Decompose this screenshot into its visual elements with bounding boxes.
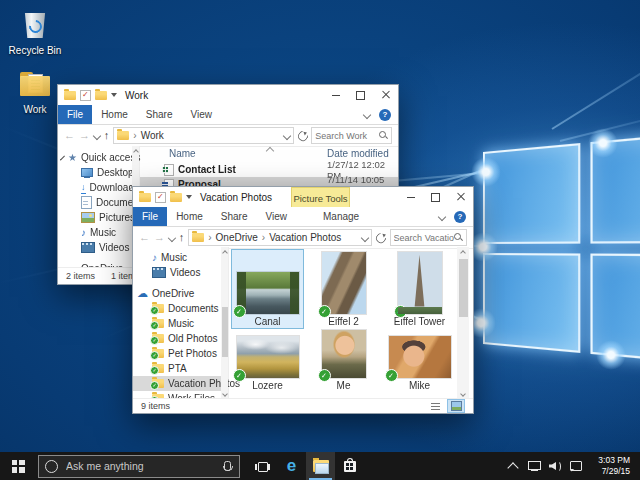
help-icon[interactable]: ? [454,211,466,223]
maximize-button[interactable] [348,85,373,105]
search-box[interactable] [390,229,467,246]
cortana-search-box[interactable] [38,455,240,478]
sidebar-item[interactable]: Music [133,250,228,265]
sidebar-item[interactable]: Videos [58,240,139,255]
sidebar-item[interactable]: Vacation Photos [133,376,228,391]
refresh-icon[interactable] [298,131,308,141]
tray-button[interactable] [527,459,541,473]
address-dropdown-icon[interactable] [361,233,369,241]
sidebar-item[interactable]: Pet Photos [133,346,228,361]
scrollbar-thumb[interactable] [222,307,228,357]
qat-dropdown-icon[interactable] [111,93,117,97]
sidebar-scrollbar[interactable] [221,247,228,399]
sidebar-item[interactable]: Old Photos [133,331,228,346]
column-header-name[interactable]: Name [140,148,196,159]
details-view-button[interactable] [426,399,444,413]
help-icon[interactable]: ? [379,109,391,121]
photo-tile[interactable]: Eiffel 2 [307,249,380,329]
breadcrumb-item[interactable]: Work [129,130,164,141]
scroll-up-icon[interactable] [132,146,140,156]
folder-icon[interactable] [64,91,76,100]
photo-tile[interactable]: Me [307,329,380,393]
new-folder-icon[interactable] [170,193,182,202]
address-bar[interactable]: OneDriveVacation Photos [188,229,372,246]
titlebar[interactable]: Work [58,85,398,105]
ribbon-tab[interactable]: Share [137,105,182,124]
search-input[interactable] [315,131,379,141]
recent-locations-icon[interactable] [168,233,176,241]
qat-dropdown-icon[interactable] [186,195,192,199]
forward-icon[interactable]: → [154,232,165,243]
forward-icon[interactable]: → [79,130,90,141]
scrollbar-thumb[interactable] [459,259,468,317]
recent-locations-icon[interactable] [93,131,101,139]
start-button[interactable] [0,452,36,480]
scroll-up-icon[interactable] [457,247,469,257]
folder-icon[interactable] [139,193,151,202]
sidebar-item[interactable]: PTA [133,361,228,376]
expand-caret-icon[interactable] [60,155,65,160]
taskbar-app-button[interactable] [248,452,277,480]
content-scrollbar[interactable] [457,247,469,399]
tray-button[interactable] [506,459,520,473]
photo-tile[interactable]: Lozere [231,329,304,393]
microphone-icon[interactable] [224,461,231,471]
photo-tile[interactable]: Eiffel Tower [383,249,456,329]
new-folder-icon[interactable] [95,91,107,100]
quick-access-toolbar [133,192,192,203]
scroll-up-icon[interactable] [221,247,229,257]
column-header-date[interactable]: Date modified [327,148,389,159]
back-icon[interactable]: ← [64,130,75,141]
breadcrumb-item[interactable]: Vacation Photos [258,232,341,243]
sidebar-item[interactable]: OneDrive [133,286,228,301]
up-icon[interactable]: ↑ [179,232,185,243]
taskbar-app-button[interactable] [306,452,335,480]
sidebar-item[interactable]: Documents [133,301,228,316]
expand-ribbon-icon[interactable] [363,110,371,118]
sidebar-item[interactable]: Desktop [58,165,139,180]
titlebar[interactable]: Vacation Photos Picture Tools [133,187,473,207]
sidebar-item[interactable]: Music [133,316,228,331]
photo-tile[interactable]: Mike [383,329,456,393]
refresh-icon[interactable] [376,233,386,243]
ribbon-tab[interactable]: File [58,105,92,124]
ribbon-tab[interactable]: Home [167,207,212,226]
ribbon-tab[interactable]: Home [92,105,137,124]
ribbon-tab[interactable]: Share [212,207,257,226]
search-box[interactable] [311,127,392,144]
sidebar-item[interactable]: Videos [133,265,228,280]
close-button[interactable] [448,187,473,207]
address-bar[interactable]: Work [113,127,293,144]
back-icon[interactable]: ← [139,232,150,243]
taskbar-app-button[interactable] [277,452,306,480]
photo-tile[interactable]: Canal [231,249,304,329]
expand-ribbon-icon[interactable] [438,212,446,220]
sidebar-item[interactable]: Documents [58,195,139,210]
ribbon-tab[interactable]: Manage [314,207,368,226]
properties-icon[interactable] [155,192,166,203]
sidebar-item[interactable]: Pictures [58,210,139,225]
thumbnails-view-button[interactable] [447,399,465,413]
tray-button[interactable] [569,459,583,473]
taskbar-search-input[interactable] [64,459,218,473]
properties-icon[interactable] [80,90,91,101]
ribbon-tab[interactable]: View [257,207,297,226]
minimize-button[interactable] [323,85,348,105]
sidebar-item[interactable]: Downloads [58,180,139,195]
picture-tools-tab[interactable]: Picture Tools [291,187,350,209]
breadcrumb-item[interactable]: OneDrive [204,232,258,243]
address-dropdown-icon[interactable] [282,131,290,139]
desktop-icon[interactable]: Recycle Bin [2,10,68,56]
taskbar-app-button[interactable] [335,452,364,480]
search-input[interactable] [394,233,454,243]
sidebar-item[interactable]: Music [58,225,139,240]
minimize-button[interactable] [398,187,423,207]
taskbar-clock[interactable]: 3:03 PM 7/29/15 [590,455,630,477]
ribbon-tab[interactable]: View [182,105,222,124]
ribbon-tab[interactable]: File [133,207,167,226]
maximize-button[interactable] [423,187,448,207]
sidebar-item[interactable]: Quick access [58,150,139,165]
tray-button[interactable] [548,459,562,473]
close-button[interactable] [373,85,398,105]
up-icon[interactable]: ↑ [104,130,110,141]
